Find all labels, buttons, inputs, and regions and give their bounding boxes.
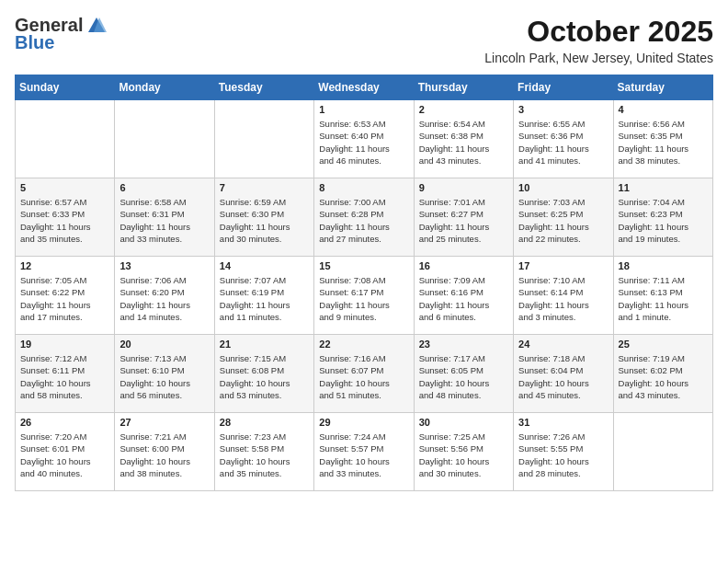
day-info: Sunrise: 7:20 AM Sunset: 6:01 PM Dayligh… xyxy=(20,431,109,479)
day-number: 2 xyxy=(419,104,508,115)
day-info: Sunrise: 7:01 AM Sunset: 6:27 PM Dayligh… xyxy=(419,196,508,245)
day-number: 7 xyxy=(220,182,309,193)
day-number: 23 xyxy=(419,339,508,350)
day-info: Sunrise: 7:07 AM Sunset: 6:19 PM Dayligh… xyxy=(220,274,309,323)
day-info: Sunrise: 6:59 AM Sunset: 6:30 PM Dayligh… xyxy=(220,196,309,245)
logo: General Blue xyxy=(15,15,108,53)
day-number: 30 xyxy=(419,417,508,428)
day-number: 24 xyxy=(518,339,608,350)
calendar-cell: 2Sunrise: 6:54 AM Sunset: 6:38 PM Daylig… xyxy=(414,100,513,178)
header-day-thursday: Thursday xyxy=(414,75,513,100)
day-number: 6 xyxy=(119,182,209,193)
calendar-cell: 22Sunrise: 7:16 AM Sunset: 6:07 PM Dayli… xyxy=(314,335,414,413)
day-info: Sunrise: 7:15 AM Sunset: 6:08 PM Dayligh… xyxy=(220,352,309,401)
calendar-cell: 20Sunrise: 7:13 AM Sunset: 6:10 PM Dayli… xyxy=(115,335,214,413)
day-info: Sunrise: 7:04 AM Sunset: 6:23 PM Dayligh… xyxy=(619,196,708,245)
day-info: Sunrise: 7:17 AM Sunset: 6:05 PM Dayligh… xyxy=(419,352,508,401)
header-day-monday: Monday xyxy=(115,75,214,100)
calendar-cell: 21Sunrise: 7:15 AM Sunset: 6:08 PM Dayli… xyxy=(214,335,313,413)
calendar-cell: 26Sunrise: 7:20 AM Sunset: 6:01 PM Dayli… xyxy=(16,413,115,491)
calendar-week-3: 12Sunrise: 7:05 AM Sunset: 6:22 PM Dayli… xyxy=(16,257,713,335)
calendar-cell: 27Sunrise: 7:21 AM Sunset: 6:00 PM Dayli… xyxy=(115,413,214,491)
calendar-cell: 11Sunrise: 7:04 AM Sunset: 6:23 PM Dayli… xyxy=(613,178,712,257)
calendar-week-5: 26Sunrise: 7:20 AM Sunset: 6:01 PM Dayli… xyxy=(16,413,713,491)
location: Lincoln Park, New Jersey, United States xyxy=(484,51,713,65)
calendar-week-1: 1Sunrise: 6:53 AM Sunset: 6:40 PM Daylig… xyxy=(16,100,713,178)
calendar-cell: 25Sunrise: 7:19 AM Sunset: 6:02 PM Dayli… xyxy=(613,335,712,413)
calendar-cell: 12Sunrise: 7:05 AM Sunset: 6:22 PM Dayli… xyxy=(16,257,115,335)
header-day-sunday: Sunday xyxy=(16,75,115,100)
day-info: Sunrise: 7:13 AM Sunset: 6:10 PM Dayligh… xyxy=(119,352,209,401)
day-number: 14 xyxy=(220,260,309,271)
day-number: 25 xyxy=(619,339,708,350)
day-number: 9 xyxy=(419,182,508,193)
calendar-cell: 15Sunrise: 7:08 AM Sunset: 6:17 PM Dayli… xyxy=(314,257,414,335)
day-number: 11 xyxy=(619,182,708,193)
calendar-week-4: 19Sunrise: 7:12 AM Sunset: 6:11 PM Dayli… xyxy=(16,335,713,413)
logo-icon xyxy=(86,16,107,36)
day-info: Sunrise: 7:10 AM Sunset: 6:14 PM Dayligh… xyxy=(518,274,608,323)
calendar-cell: 13Sunrise: 7:06 AM Sunset: 6:20 PM Dayli… xyxy=(115,257,214,335)
calendar-cell: 18Sunrise: 7:11 AM Sunset: 6:13 PM Dayli… xyxy=(613,257,712,335)
header-day-saturday: Saturday xyxy=(613,75,712,100)
calendar-cell: 10Sunrise: 7:03 AM Sunset: 6:25 PM Dayli… xyxy=(514,178,613,257)
day-info: Sunrise: 6:55 AM Sunset: 6:36 PM Dayligh… xyxy=(518,118,608,167)
day-number: 3 xyxy=(518,104,608,115)
calendar-cell: 4Sunrise: 6:56 AM Sunset: 6:35 PM Daylig… xyxy=(613,100,712,178)
day-info: Sunrise: 7:16 AM Sunset: 6:07 PM Dayligh… xyxy=(319,352,408,401)
day-number: 13 xyxy=(119,260,209,271)
day-number: 10 xyxy=(518,182,608,193)
day-number: 27 xyxy=(119,417,209,428)
day-number: 16 xyxy=(419,260,508,271)
header-row: SundayMondayTuesdayWednesdayThursdayFrid… xyxy=(16,75,713,100)
day-number: 22 xyxy=(319,339,408,350)
calendar-cell: 17Sunrise: 7:10 AM Sunset: 6:14 PM Dayli… xyxy=(514,257,613,335)
day-info: Sunrise: 6:57 AM Sunset: 6:33 PM Dayligh… xyxy=(20,196,109,245)
month-title: October 2025 xyxy=(484,15,713,49)
calendar-table: SundayMondayTuesdayWednesdayThursdayFrid… xyxy=(15,75,713,491)
day-number: 15 xyxy=(319,260,408,271)
calendar-cell: 5Sunrise: 6:57 AM Sunset: 6:33 PM Daylig… xyxy=(16,178,115,257)
calendar-cell: 16Sunrise: 7:09 AM Sunset: 6:16 PM Dayli… xyxy=(414,257,513,335)
calendar-cell: 1Sunrise: 6:53 AM Sunset: 6:40 PM Daylig… xyxy=(314,100,414,178)
day-info: Sunrise: 6:56 AM Sunset: 6:35 PM Dayligh… xyxy=(619,118,708,167)
day-info: Sunrise: 7:26 AM Sunset: 5:55 PM Dayligh… xyxy=(518,431,608,479)
calendar-cell: 14Sunrise: 7:07 AM Sunset: 6:19 PM Dayli… xyxy=(214,257,313,335)
calendar-cell xyxy=(115,100,214,178)
day-number: 4 xyxy=(619,104,708,115)
title-block: October 2025 Lincoln Park, New Jersey, U… xyxy=(484,15,713,65)
logo-blue: Blue xyxy=(15,32,54,53)
header-day-wednesday: Wednesday xyxy=(314,75,414,100)
day-info: Sunrise: 7:25 AM Sunset: 5:56 PM Dayligh… xyxy=(419,431,508,479)
day-info: Sunrise: 7:12 AM Sunset: 6:11 PM Dayligh… xyxy=(20,352,109,401)
day-number: 5 xyxy=(20,182,109,193)
day-number: 1 xyxy=(319,104,408,115)
day-number: 20 xyxy=(119,339,209,350)
calendar-cell: 28Sunrise: 7:23 AM Sunset: 5:58 PM Dayli… xyxy=(214,413,313,491)
day-number: 19 xyxy=(20,339,109,350)
day-info: Sunrise: 7:19 AM Sunset: 6:02 PM Dayligh… xyxy=(619,352,708,401)
header-day-tuesday: Tuesday xyxy=(214,75,313,100)
calendar-cell: 23Sunrise: 7:17 AM Sunset: 6:05 PM Dayli… xyxy=(414,335,513,413)
calendar-cell xyxy=(16,100,115,178)
day-info: Sunrise: 7:03 AM Sunset: 6:25 PM Dayligh… xyxy=(518,196,608,245)
day-info: Sunrise: 6:58 AM Sunset: 6:31 PM Dayligh… xyxy=(119,196,209,245)
day-info: Sunrise: 7:00 AM Sunset: 6:28 PM Dayligh… xyxy=(319,196,408,245)
calendar-cell: 19Sunrise: 7:12 AM Sunset: 6:11 PM Dayli… xyxy=(16,335,115,413)
calendar-cell: 30Sunrise: 7:25 AM Sunset: 5:56 PM Dayli… xyxy=(414,413,513,491)
day-number: 31 xyxy=(518,417,608,428)
day-info: Sunrise: 7:06 AM Sunset: 6:20 PM Dayligh… xyxy=(119,274,209,323)
day-number: 29 xyxy=(319,417,408,428)
day-number: 8 xyxy=(319,182,408,193)
calendar-cell: 7Sunrise: 6:59 AM Sunset: 6:30 PM Daylig… xyxy=(214,178,313,257)
calendar-cell: 3Sunrise: 6:55 AM Sunset: 6:36 PM Daylig… xyxy=(514,100,613,178)
calendar-cell: 8Sunrise: 7:00 AM Sunset: 6:28 PM Daylig… xyxy=(314,178,414,257)
calendar-week-2: 5Sunrise: 6:57 AM Sunset: 6:33 PM Daylig… xyxy=(16,178,713,257)
header-day-friday: Friday xyxy=(514,75,613,100)
day-info: Sunrise: 6:53 AM Sunset: 6:40 PM Dayligh… xyxy=(319,118,408,167)
day-info: Sunrise: 7:18 AM Sunset: 6:04 PM Dayligh… xyxy=(518,352,608,401)
day-number: 17 xyxy=(518,260,608,271)
page-header: General Blue October 2025 Lincoln Park, … xyxy=(15,15,713,65)
day-info: Sunrise: 7:23 AM Sunset: 5:58 PM Dayligh… xyxy=(220,431,309,479)
day-info: Sunrise: 7:09 AM Sunset: 6:16 PM Dayligh… xyxy=(419,274,508,323)
